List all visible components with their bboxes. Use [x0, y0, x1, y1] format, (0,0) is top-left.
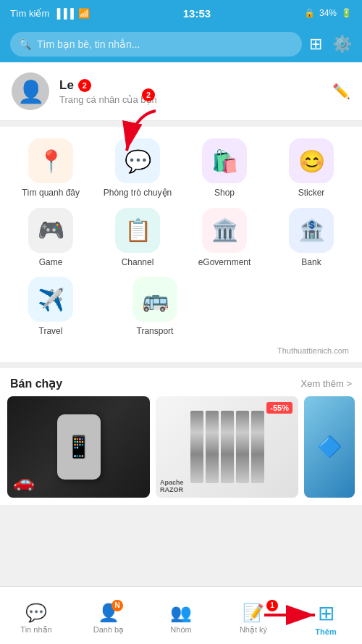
channel-label: Channel — [122, 257, 154, 269]
phong-tro-icon-wrap: 💬 — [115, 138, 160, 183]
ban-chay-title: Bán chạy — [10, 377, 62, 390]
bank-label: Bank — [301, 257, 321, 269]
razors-group — [190, 411, 264, 483]
xem-them-link[interactable]: Xem thêm > — [301, 378, 352, 389]
battery-icon: 🔋 — [341, 8, 352, 18]
profile-section: 👤 Le 2 Trang cá nhân của bạn ✏️ — [0, 62, 362, 121]
status-search-text: Tìm kiếm — [10, 8, 49, 19]
section-divider-1 — [0, 362, 362, 368]
phong-tro-label: Phòng trò chuyện — [104, 188, 172, 199]
status-bar: Tìm kiếm ▐▐▐ 📶 13:53 🔒 34% 🔋 — [0, 0, 362, 26]
egovernment-label: eGovernment — [198, 257, 251, 269]
tin-nhan-icon: 💬 — [25, 603, 47, 623]
bank-icon-wrap: 🏦 — [289, 208, 334, 253]
avatar-icon: 👤 — [17, 79, 44, 104]
them-label: Thêm — [315, 627, 336, 636]
razor-4 — [236, 411, 249, 483]
settings-icon[interactable]: ⚙️ — [332, 35, 352, 54]
partial-product-icon: 🔷 — [317, 435, 342, 459]
signal-icon: ▐▐▐ — [54, 8, 74, 19]
profile-notification-badge: 2 — [78, 79, 91, 92]
ban-chay-section: Bán chạy Xem thêm > 📱 🚗 ApacheRAZOR — [0, 368, 362, 505]
edit-icon[interactable]: ✏️ — [332, 83, 350, 100]
watermark: Thuthuattienich.com — [7, 346, 355, 355]
razor-3 — [221, 411, 234, 483]
nhat-ky-num-badge: 1 — [266, 600, 278, 611]
nav-item-tin-nhan[interactable]: 💬 Tin nhắn — [0, 597, 72, 635]
tim-quanh-label: Tìm quanh đây — [22, 188, 80, 199]
ban-chay-header: Bán chạy Xem thêm > — [0, 368, 362, 396]
razor-5 — [251, 411, 264, 483]
grid-item-phong-tro[interactable]: 💬 Phòng trò chuyện — [101, 138, 174, 199]
grid-item-transport[interactable]: 🚌 Transport — [119, 277, 191, 338]
search-icon: 🔍 — [19, 38, 31, 50]
grid-item-game[interactable]: 🎮 Game — [14, 208, 87, 269]
travel-label: Travel — [39, 326, 63, 338]
status-right: 🔒 34% 🔋 — [304, 8, 352, 18]
grid-item-egovernment[interactable]: 🏛️ eGovernment — [188, 208, 261, 269]
search-placeholder: Tìm bạn bè, tin nhắn... — [37, 38, 140, 50]
game-icon: 🎮 — [38, 217, 64, 243]
game-label: Game — [39, 257, 63, 269]
grid-item-shop[interactable]: 🛍️ Shop — [188, 138, 261, 199]
grid-item-sticker[interactable]: 😊 Sticker — [275, 138, 348, 199]
shop-label: Shop — [214, 188, 235, 199]
grid-item-tim-quanh[interactable]: 📍 Tìm quanh đây — [14, 138, 87, 199]
nav-item-nhat-ky[interactable]: 📝 Nhật ký 1 — [217, 597, 290, 635]
grid-item-channel[interactable]: 📋 Channel — [101, 208, 174, 269]
channel-icon: 📋 — [125, 217, 151, 243]
razor-brand: ApacheRAZOR — [160, 479, 184, 493]
transport-icon: 🚌 — [142, 287, 169, 312]
travel-icon-wrap: ✈️ — [28, 277, 73, 322]
search-bar-icons: ⊞ ⚙️ — [309, 35, 352, 54]
travel-icon: ✈️ — [38, 287, 64, 312]
search-input-wrap[interactable]: 🔍 Tìm bạn bè, tin nhắn... — [10, 32, 302, 57]
razor-1 — [190, 411, 203, 483]
profile-subtitle: Trang cá nhân của bạn — [59, 94, 322, 105]
grid-row-3: ✈️ Travel 🚌 Transport — [7, 277, 355, 338]
grid-item-bank[interactable]: 🏦 Bank — [275, 208, 348, 269]
danh-ba-badge: N — [111, 600, 123, 611]
tin-nhan-label: Tin nhắn — [20, 625, 51, 635]
nav-item-nhom[interactable]: 👥 Nhóm — [145, 597, 217, 634]
danh-ba-label: Danh bạ — [93, 625, 124, 635]
battery-level: 34% — [319, 8, 337, 18]
egovernment-icon: 🏛️ — [211, 217, 238, 243]
profile-name: Le — [59, 78, 74, 93]
red-car-icon: 🚗 — [13, 472, 35, 492]
bank-icon: 🏦 — [298, 217, 325, 243]
nav-item-them[interactable]: ⊞ Thêm — [290, 595, 362, 636]
shop-icon-wrap: 🛍️ — [202, 138, 247, 183]
grid-section: 📍 Tìm quanh đây 💬 Phòng trò chuyện 🛍️ Sh… — [0, 127, 362, 362]
product-partial-image: 🔷 — [304, 396, 355, 498]
product-card-phone[interactable]: 📱 🚗 — [7, 396, 150, 498]
qr-icon[interactable]: ⊞ — [309, 35, 322, 54]
nhom-label: Nhóm — [170, 625, 191, 634]
nhat-ky-icon: 📝 — [243, 603, 264, 623]
product-card-razor[interactable]: ApacheRAZOR -55% — [156, 396, 298, 498]
avatar[interactable]: 👤 — [12, 72, 49, 110]
product-card-partial[interactable]: 🔷 — [304, 396, 355, 498]
razor-2 — [206, 411, 219, 483]
profile-name-row: Le 2 — [59, 78, 322, 93]
nhat-ky-label: Nhật ký — [240, 625, 267, 635]
grid-item-travel[interactable]: ✈️ Travel — [14, 277, 87, 338]
transport-label: Transport — [137, 326, 174, 338]
phong-tro-icon: 💬 — [125, 149, 151, 174]
nav-item-danh-ba[interactable]: 👤 Danh bạ N — [72, 597, 145, 635]
transport-icon-wrap: 🚌 — [132, 277, 177, 322]
phone-image: 📱 — [57, 414, 101, 480]
status-left: Tìm kiếm ▐▐▐ 📶 — [10, 8, 90, 19]
sticker-icon-wrap: 😊 — [289, 138, 334, 183]
discount-badge: -55% — [266, 402, 292, 414]
nhom-icon: 👥 — [170, 603, 192, 623]
shop-icon: 🛍️ — [211, 149, 238, 174]
egovernment-icon-wrap: 🏛️ — [202, 208, 247, 253]
bottom-nav: 💬 Tin nhắn 👤 Danh bạ N 👥 Nhóm 📝 Nhật ký … — [0, 586, 362, 644]
products-row: 📱 🚗 ApacheRAZOR -55% 🔷 — [0, 396, 362, 505]
grid-row-1: 📍 Tìm quanh đây 💬 Phòng trò chuyện 🛍️ Sh… — [7, 138, 355, 199]
lock-icon: 🔒 — [304, 8, 315, 18]
sticker-icon: 😊 — [298, 149, 325, 174]
status-time: 13:53 — [183, 7, 211, 20]
tim-quanh-icon: 📍 — [38, 149, 64, 174]
